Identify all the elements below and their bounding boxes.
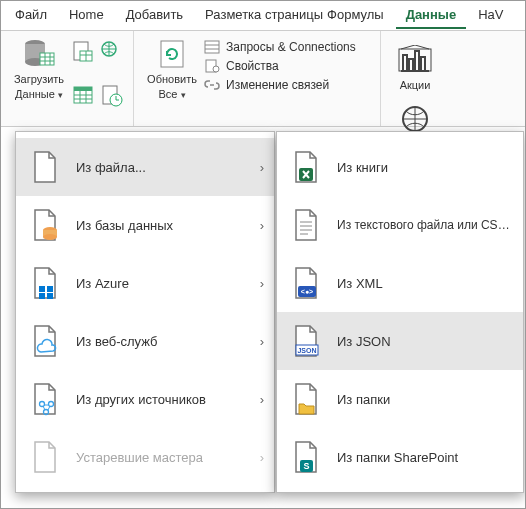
submenu-json-label: Из JSON	[337, 334, 511, 349]
menu-from-database-label: Из базы данных	[76, 218, 262, 233]
chevron-right-icon: ›	[260, 392, 264, 407]
file-icon	[31, 150, 59, 184]
chevron-right-icon: ›	[260, 276, 264, 291]
tab-view-cut[interactable]: НаV	[468, 3, 513, 29]
from-table-icon[interactable]	[71, 83, 95, 107]
svg-rect-33	[47, 286, 53, 292]
get-data-button[interactable]: Загрузить Данные ▾	[7, 35, 71, 121]
file-legacy-icon	[31, 440, 59, 474]
svg-rect-21	[161, 41, 183, 67]
edit-links-label: Изменение связей	[226, 78, 329, 92]
file-sharepoint-icon: S	[292, 440, 320, 474]
submenu-folder-label: Из папки	[337, 392, 511, 407]
svg-text:JSON: JSON	[297, 347, 316, 354]
properties-icon	[204, 58, 220, 74]
submenu-workbook-label: Из книги	[337, 160, 511, 175]
group-queries: Обновить Все ▾ Запросы & Connections Сво…	[134, 31, 381, 126]
submenu-from-text-csv[interactable]: Из текстового файла или CSV-файла	[277, 196, 523, 254]
tab-data[interactable]: Данные	[396, 3, 467, 29]
menu-from-web-label: Из веб-служб	[76, 334, 262, 349]
menu-legacy-wizards[interactable]: Устаревшие мастера ›	[16, 428, 274, 486]
chevron-down-icon: ▾	[181, 90, 186, 100]
links-icon	[204, 77, 220, 93]
file-text-icon	[292, 208, 320, 242]
tab-layout[interactable]: Разметка страницы	[195, 3, 333, 29]
queries-label: Запросы & Connections	[226, 40, 356, 54]
file-cloud-icon	[31, 324, 59, 358]
refresh-icon	[155, 37, 189, 71]
tab-file[interactable]: Файл	[5, 3, 57, 29]
svg-text:<●>: <●>	[301, 288, 313, 295]
refresh-label-1: Обновить	[147, 73, 197, 86]
file-excel-icon	[292, 150, 320, 184]
from-file-submenu: Из книги Из текстового файла или CSV-фай…	[276, 131, 524, 493]
menu-legacy-label: Устаревшие мастера	[76, 450, 262, 465]
svg-rect-35	[47, 293, 53, 299]
svg-rect-32	[39, 286, 45, 292]
ribbon: Загрузить Данные ▾ Обновить Все ▾ Запрос…	[1, 31, 525, 127]
get-data-label-2: Данные ▾	[15, 88, 63, 101]
submenu-from-json[interactable]: JSON Из JSON	[277, 312, 523, 370]
svg-rect-22	[205, 41, 219, 53]
file-xml-icon: <●>	[292, 266, 320, 300]
properties-button[interactable]: Свойства	[204, 58, 374, 74]
group-data-types: Акции Geo	[381, 31, 449, 126]
get-data-menu: Из файла... › Из базы данных › Из Azure …	[15, 131, 275, 493]
refresh-label-2: Все ▾	[158, 88, 185, 101]
file-other-icon	[31, 382, 59, 416]
tab-home[interactable]: Home	[59, 3, 114, 29]
recent-sources-icon[interactable]	[99, 83, 123, 107]
tab-formulas[interactable]: Формулы	[317, 3, 394, 29]
database-icon	[22, 37, 56, 71]
group-get-transform: Загрузить Данные ▾	[1, 31, 134, 126]
menu-from-web-services[interactable]: Из веб-служб ›	[16, 312, 274, 370]
file-db-icon	[31, 208, 59, 242]
svg-rect-34	[39, 293, 45, 299]
submenu-xml-label: Из XML	[337, 276, 511, 291]
submenu-from-workbook[interactable]: Из книги	[277, 138, 523, 196]
menu-from-azure[interactable]: Из Azure ›	[16, 254, 274, 312]
chevron-right-icon: ›	[260, 160, 264, 175]
from-text-icon[interactable]	[71, 39, 95, 63]
svg-rect-14	[74, 87, 92, 91]
refresh-all-button[interactable]: Обновить Все ▾	[140, 35, 204, 121]
menu-from-azure-label: Из Azure	[76, 276, 262, 291]
file-azure-icon	[31, 266, 59, 300]
ribbon-tabs: Файл Home Добавить Разметка страницы Фор…	[1, 1, 525, 31]
menu-from-database[interactable]: Из базы данных ›	[16, 196, 274, 254]
submenu-text-csv-label: Из текстового файла или CSV-файла	[337, 218, 511, 232]
submenu-from-xml[interactable]: <●> Из XML	[277, 254, 523, 312]
tab-insert[interactable]: Добавить	[116, 3, 193, 29]
menu-from-file-label: Из файла...	[76, 160, 262, 175]
file-json-icon: JSON	[292, 324, 320, 358]
svg-point-31	[43, 234, 57, 240]
chevron-down-icon: ▾	[58, 90, 63, 100]
properties-label: Свойства	[226, 59, 279, 73]
submenu-from-folder[interactable]: Из папки	[277, 370, 523, 428]
svg-text:S: S	[303, 461, 309, 471]
get-data-label-1: Загрузить	[14, 73, 64, 86]
svg-point-26	[213, 66, 219, 72]
stocks-button[interactable]: Акции	[391, 45, 439, 91]
menu-from-file[interactable]: Из файла... ›	[16, 138, 274, 196]
menu-from-other[interactable]: Из других источников ›	[16, 370, 274, 428]
submenu-from-sharepoint-folder[interactable]: S Из папки SharePoint	[277, 428, 523, 486]
chevron-right-icon: ›	[260, 450, 264, 465]
chevron-right-icon: ›	[260, 334, 264, 349]
submenu-sharepoint-label: Из папки SharePoint	[337, 450, 511, 465]
svg-rect-3	[40, 53, 54, 65]
queries-items: Запросы & Connections Свойства Изменение…	[204, 35, 374, 122]
stocks-label: Акции	[400, 79, 431, 91]
stocks-icon	[397, 45, 433, 75]
queries-connections-button[interactable]: Запросы & Connections	[204, 39, 374, 55]
edit-links-button[interactable]: Изменение связей	[204, 77, 374, 93]
menu-from-other-label: Из других источников	[76, 392, 262, 407]
get-data-small-buttons	[71, 35, 127, 122]
chevron-right-icon: ›	[260, 218, 264, 233]
file-folder-icon	[292, 382, 320, 416]
from-web-icon[interactable]	[99, 39, 123, 63]
queries-icon	[204, 39, 220, 55]
